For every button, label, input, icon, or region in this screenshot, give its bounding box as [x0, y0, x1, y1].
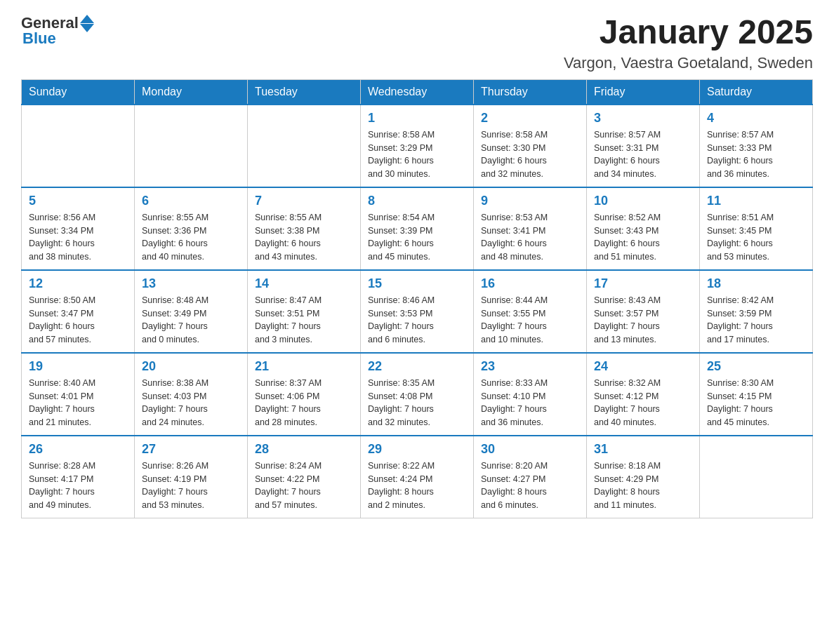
day-number: 14: [255, 276, 353, 291]
day-number: 29: [368, 442, 466, 457]
calendar-header-thursday: Thursday: [474, 79, 587, 105]
calendar-cell: 6Sunrise: 8:55 AM Sunset: 3:36 PM Daylig…: [135, 187, 248, 270]
day-number: 12: [29, 276, 127, 291]
day-info: Sunrise: 8:43 AM Sunset: 3:57 PM Dayligh…: [594, 294, 692, 347]
calendar-cell: 5Sunrise: 8:56 AM Sunset: 3:34 PM Daylig…: [22, 187, 135, 270]
day-info: Sunrise: 8:56 AM Sunset: 3:34 PM Dayligh…: [29, 211, 127, 264]
day-info: Sunrise: 8:58 AM Sunset: 3:29 PM Dayligh…: [368, 128, 466, 181]
day-info: Sunrise: 8:53 AM Sunset: 3:41 PM Dayligh…: [481, 211, 579, 264]
calendar-cell: 12Sunrise: 8:50 AM Sunset: 3:47 PM Dayli…: [22, 270, 135, 353]
day-number: 27: [142, 442, 240, 457]
day-info: Sunrise: 8:37 AM Sunset: 4:06 PM Dayligh…: [255, 377, 353, 429]
calendar-header-sunday: Sunday: [22, 79, 135, 105]
day-info: Sunrise: 8:55 AM Sunset: 3:38 PM Dayligh…: [255, 211, 353, 264]
day-number: 2: [481, 111, 579, 126]
day-info: Sunrise: 8:28 AM Sunset: 4:17 PM Dayligh…: [29, 459, 127, 512]
day-number: 26: [29, 442, 127, 457]
day-number: 5: [29, 194, 127, 208]
day-number: 31: [594, 442, 692, 457]
logo: General Blue: [21, 14, 94, 48]
calendar-cell: 22Sunrise: 8:35 AM Sunset: 4:08 PM Dayli…: [361, 353, 474, 436]
day-info: Sunrise: 8:58 AM Sunset: 3:30 PM Dayligh…: [481, 128, 579, 181]
calendar-cell: 24Sunrise: 8:32 AM Sunset: 4:12 PM Dayli…: [587, 353, 700, 436]
day-number: 8: [368, 194, 466, 208]
day-info: Sunrise: 8:18 AM Sunset: 4:29 PM Dayligh…: [594, 459, 692, 512]
calendar-cell: 7Sunrise: 8:55 AM Sunset: 3:38 PM Daylig…: [248, 187, 361, 270]
calendar-header-friday: Friday: [587, 79, 700, 105]
day-info: Sunrise: 8:51 AM Sunset: 3:45 PM Dayligh…: [707, 211, 805, 264]
calendar-cell: 26Sunrise: 8:28 AM Sunset: 4:17 PM Dayli…: [22, 436, 135, 518]
calendar-week-row: 19Sunrise: 8:40 AM Sunset: 4:01 PM Dayli…: [22, 353, 813, 436]
calendar-cell: [135, 105, 248, 187]
calendar-table: SundayMondayTuesdayWednesdayThursdayFrid…: [21, 79, 813, 518]
day-info: Sunrise: 8:52 AM Sunset: 3:43 PM Dayligh…: [594, 211, 692, 264]
day-info: Sunrise: 8:46 AM Sunset: 3:53 PM Dayligh…: [368, 294, 466, 347]
calendar-cell: 14Sunrise: 8:47 AM Sunset: 3:51 PM Dayli…: [248, 270, 361, 353]
day-number: 6: [142, 194, 240, 208]
calendar-header-tuesday: Tuesday: [248, 79, 361, 105]
calendar-cell: 4Sunrise: 8:57 AM Sunset: 3:33 PM Daylig…: [700, 105, 813, 187]
day-info: Sunrise: 8:38 AM Sunset: 4:03 PM Dayligh…: [142, 377, 240, 429]
calendar-cell: 25Sunrise: 8:30 AM Sunset: 4:15 PM Dayli…: [700, 353, 813, 436]
calendar-cell: 16Sunrise: 8:44 AM Sunset: 3:55 PM Dayli…: [474, 270, 587, 353]
day-number: 21: [255, 359, 353, 374]
day-info: Sunrise: 8:50 AM Sunset: 3:47 PM Dayligh…: [29, 294, 127, 347]
calendar-cell: 15Sunrise: 8:46 AM Sunset: 3:53 PM Dayli…: [361, 270, 474, 353]
day-info: Sunrise: 8:57 AM Sunset: 3:33 PM Dayligh…: [707, 128, 805, 181]
calendar-cell: 19Sunrise: 8:40 AM Sunset: 4:01 PM Dayli…: [22, 353, 135, 436]
page-header: General Blue January 2025 Vargon, Vaestr…: [21, 14, 813, 72]
day-info: Sunrise: 8:22 AM Sunset: 4:24 PM Dayligh…: [368, 459, 466, 512]
day-number: 11: [707, 194, 805, 208]
calendar-cell: 10Sunrise: 8:52 AM Sunset: 3:43 PM Dayli…: [587, 187, 700, 270]
day-info: Sunrise: 8:48 AM Sunset: 3:49 PM Dayligh…: [142, 294, 240, 347]
day-number: 25: [707, 359, 805, 374]
day-number: 10: [594, 194, 692, 208]
day-number: 24: [594, 359, 692, 374]
day-info: Sunrise: 8:47 AM Sunset: 3:51 PM Dayligh…: [255, 294, 353, 347]
month-title: January 2025: [564, 14, 813, 51]
calendar-cell: 13Sunrise: 8:48 AM Sunset: 3:49 PM Dayli…: [135, 270, 248, 353]
day-info: Sunrise: 8:57 AM Sunset: 3:31 PM Dayligh…: [594, 128, 692, 181]
calendar-cell: 3Sunrise: 8:57 AM Sunset: 3:31 PM Daylig…: [587, 105, 700, 187]
calendar-header-monday: Monday: [135, 79, 248, 105]
day-info: Sunrise: 8:42 AM Sunset: 3:59 PM Dayligh…: [707, 294, 805, 347]
day-number: 19: [29, 359, 127, 374]
calendar-week-row: 26Sunrise: 8:28 AM Sunset: 4:17 PM Dayli…: [22, 436, 813, 518]
day-number: 20: [142, 359, 240, 374]
day-number: 7: [255, 194, 353, 208]
calendar-cell: 9Sunrise: 8:53 AM Sunset: 3:41 PM Daylig…: [474, 187, 587, 270]
day-number: 22: [368, 359, 466, 374]
day-info: Sunrise: 8:26 AM Sunset: 4:19 PM Dayligh…: [142, 459, 240, 512]
day-number: 16: [481, 276, 579, 291]
day-info: Sunrise: 8:55 AM Sunset: 3:36 PM Dayligh…: [142, 211, 240, 264]
calendar-cell: 18Sunrise: 8:42 AM Sunset: 3:59 PM Dayli…: [700, 270, 813, 353]
day-number: 15: [368, 276, 466, 291]
calendar-week-row: 1Sunrise: 8:58 AM Sunset: 3:29 PM Daylig…: [22, 105, 813, 187]
day-info: Sunrise: 8:30 AM Sunset: 4:15 PM Dayligh…: [707, 377, 805, 429]
calendar-cell: 11Sunrise: 8:51 AM Sunset: 3:45 PM Dayli…: [700, 187, 813, 270]
calendar-cell: 2Sunrise: 8:58 AM Sunset: 3:30 PM Daylig…: [474, 105, 587, 187]
day-number: 9: [481, 194, 579, 208]
day-info: Sunrise: 8:24 AM Sunset: 4:22 PM Dayligh…: [255, 459, 353, 512]
calendar-week-row: 12Sunrise: 8:50 AM Sunset: 3:47 PM Dayli…: [22, 270, 813, 353]
day-number: 23: [481, 359, 579, 374]
location-title: Vargon, Vaestra Goetaland, Sweden: [564, 54, 813, 72]
calendar-cell: 8Sunrise: 8:54 AM Sunset: 3:39 PM Daylig…: [361, 187, 474, 270]
day-number: 28: [255, 442, 353, 457]
day-info: Sunrise: 8:33 AM Sunset: 4:10 PM Dayligh…: [481, 377, 579, 429]
day-number: 18: [707, 276, 805, 291]
calendar-cell: 23Sunrise: 8:33 AM Sunset: 4:10 PM Dayli…: [474, 353, 587, 436]
calendar-header-wednesday: Wednesday: [361, 79, 474, 105]
day-info: Sunrise: 8:40 AM Sunset: 4:01 PM Dayligh…: [29, 377, 127, 429]
calendar-cell: 20Sunrise: 8:38 AM Sunset: 4:03 PM Dayli…: [135, 353, 248, 436]
day-number: 13: [142, 276, 240, 291]
calendar-cell: [22, 105, 135, 187]
day-info: Sunrise: 8:35 AM Sunset: 4:08 PM Dayligh…: [368, 377, 466, 429]
calendar-cell: 29Sunrise: 8:22 AM Sunset: 4:24 PM Dayli…: [361, 436, 474, 518]
calendar-header-saturday: Saturday: [700, 79, 813, 105]
day-number: 17: [594, 276, 692, 291]
calendar-week-row: 5Sunrise: 8:56 AM Sunset: 3:34 PM Daylig…: [22, 187, 813, 270]
logo-blue-text: Blue: [22, 29, 56, 48]
calendar-cell: 21Sunrise: 8:37 AM Sunset: 4:06 PM Dayli…: [248, 353, 361, 436]
calendar-cell: 1Sunrise: 8:58 AM Sunset: 3:29 PM Daylig…: [361, 105, 474, 187]
